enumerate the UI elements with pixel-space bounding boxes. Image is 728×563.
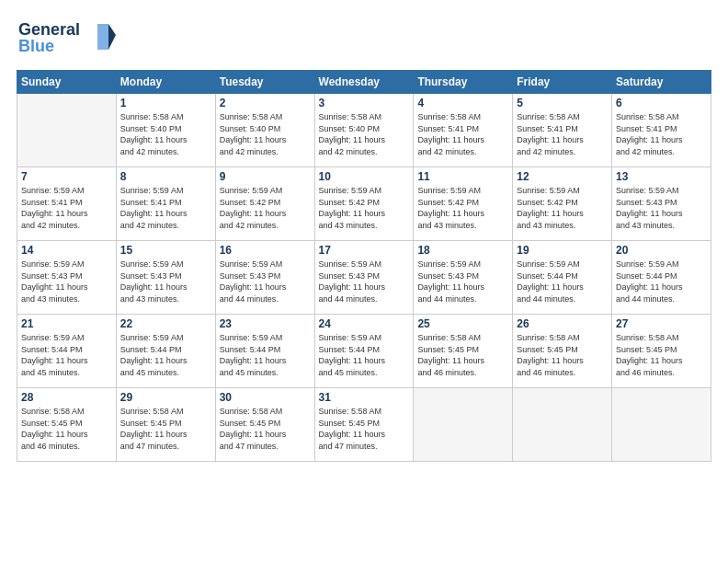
- calendar-cell: 30Sunrise: 5:58 AM Sunset: 5:45 PM Dayli…: [215, 388, 314, 462]
- logo-content: General Blue: [17, 17, 118, 61]
- day-info: Sunrise: 5:58 AM Sunset: 5:45 PM Dayligh…: [417, 332, 508, 378]
- day-info: Sunrise: 5:59 AM Sunset: 5:43 PM Dayligh…: [616, 185, 707, 231]
- day-number: 10: [319, 170, 410, 183]
- day-number: 2: [220, 97, 311, 109]
- weekday-header-saturday: Saturday: [612, 71, 711, 94]
- day-number: 31: [319, 391, 410, 404]
- day-info: Sunrise: 5:59 AM Sunset: 5:42 PM Dayligh…: [220, 185, 311, 231]
- calendar-cell: 25Sunrise: 5:58 AM Sunset: 5:45 PM Dayli…: [414, 315, 513, 388]
- svg-marker-3: [108, 24, 116, 50]
- weekday-header-row: SundayMondayTuesdayWednesdayThursdayFrid…: [17, 71, 711, 94]
- day-number: 4: [417, 97, 508, 109]
- day-info: Sunrise: 5:59 AM Sunset: 5:43 PM Dayligh…: [417, 259, 508, 304]
- day-info: Sunrise: 5:58 AM Sunset: 5:41 PM Dayligh…: [417, 111, 508, 157]
- day-info: Sunrise: 5:59 AM Sunset: 5:43 PM Dayligh…: [120, 259, 211, 304]
- calendar-cell: 23Sunrise: 5:59 AM Sunset: 5:44 PM Dayli…: [215, 315, 314, 388]
- calendar-cell: 8Sunrise: 5:59 AM Sunset: 5:41 PM Daylig…: [116, 167, 215, 241]
- calendar-cell: 4Sunrise: 5:58 AM Sunset: 5:41 PM Daylig…: [414, 94, 513, 167]
- weekday-header-thursday: Thursday: [414, 71, 513, 94]
- calendar-cell: 13Sunrise: 5:59 AM Sunset: 5:43 PM Dayli…: [612, 167, 711, 241]
- day-number: 13: [616, 170, 707, 183]
- day-info: Sunrise: 5:58 AM Sunset: 5:45 PM Dayligh…: [21, 406, 112, 452]
- day-info: Sunrise: 5:58 AM Sunset: 5:45 PM Dayligh…: [616, 332, 707, 378]
- header: General Blue: [17, 17, 711, 61]
- day-number: 1: [120, 97, 211, 109]
- day-info: Sunrise: 5:59 AM Sunset: 5:44 PM Dayligh…: [120, 332, 211, 378]
- day-number: 24: [319, 317, 410, 330]
- day-info: Sunrise: 5:59 AM Sunset: 5:44 PM Dayligh…: [319, 332, 410, 378]
- day-info: Sunrise: 5:58 AM Sunset: 5:45 PM Dayligh…: [120, 406, 211, 452]
- day-number: 20: [616, 244, 707, 257]
- day-info: Sunrise: 5:58 AM Sunset: 5:45 PM Dayligh…: [319, 406, 410, 452]
- day-info: Sunrise: 5:58 AM Sunset: 5:45 PM Dayligh…: [517, 332, 608, 378]
- calendar-cell: 26Sunrise: 5:58 AM Sunset: 5:45 PM Dayli…: [513, 315, 612, 388]
- calendar-page: General Blue SundayMondayTuesdayWednesda…: [0, 0, 728, 563]
- calendar-cell: [513, 388, 612, 462]
- day-number: 22: [120, 317, 211, 330]
- calendar-cell: [17, 94, 117, 167]
- calendar-cell: 17Sunrise: 5:59 AM Sunset: 5:43 PM Dayli…: [314, 241, 414, 315]
- day-number: 25: [417, 317, 508, 330]
- svg-text:Blue: Blue: [18, 37, 54, 55]
- calendar-cell: 19Sunrise: 5:59 AM Sunset: 5:44 PM Dayli…: [513, 241, 612, 315]
- calendar-cell: 12Sunrise: 5:59 AM Sunset: 5:42 PM Dayli…: [513, 167, 612, 241]
- day-number: 30: [220, 391, 311, 404]
- day-number: 19: [517, 244, 608, 257]
- day-info: Sunrise: 5:58 AM Sunset: 5:40 PM Dayligh…: [120, 111, 211, 157]
- day-info: Sunrise: 5:59 AM Sunset: 5:42 PM Dayligh…: [319, 185, 410, 231]
- day-number: 5: [517, 97, 608, 109]
- day-info: Sunrise: 5:58 AM Sunset: 5:41 PM Dayligh…: [616, 111, 707, 157]
- day-info: Sunrise: 5:59 AM Sunset: 5:41 PM Dayligh…: [120, 185, 211, 231]
- svg-text:General: General: [18, 20, 80, 39]
- day-info: Sunrise: 5:59 AM Sunset: 5:44 PM Dayligh…: [21, 332, 112, 378]
- calendar-cell: 7Sunrise: 5:59 AM Sunset: 5:41 PM Daylig…: [17, 167, 117, 241]
- day-info: Sunrise: 5:59 AM Sunset: 5:43 PM Dayligh…: [220, 259, 311, 304]
- calendar-cell: 27Sunrise: 5:58 AM Sunset: 5:45 PM Dayli…: [612, 315, 711, 388]
- calendar-cell: 10Sunrise: 5:59 AM Sunset: 5:42 PM Dayli…: [314, 167, 414, 241]
- calendar-cell: 20Sunrise: 5:59 AM Sunset: 5:44 PM Dayli…: [612, 241, 711, 315]
- weekday-header-friday: Friday: [513, 71, 612, 94]
- day-number: 16: [220, 244, 311, 257]
- weekday-header-monday: Monday: [116, 71, 215, 94]
- calendar-cell: [612, 388, 711, 462]
- day-info: Sunrise: 5:59 AM Sunset: 5:42 PM Dayligh…: [417, 185, 508, 231]
- day-info: Sunrise: 5:58 AM Sunset: 5:45 PM Dayligh…: [220, 406, 311, 452]
- day-number: 18: [417, 244, 508, 257]
- day-number: 26: [517, 317, 608, 330]
- day-info: Sunrise: 5:59 AM Sunset: 5:44 PM Dayligh…: [220, 332, 311, 378]
- day-info: Sunrise: 5:59 AM Sunset: 5:44 PM Dayligh…: [616, 259, 707, 304]
- calendar-cell: 24Sunrise: 5:59 AM Sunset: 5:44 PM Dayli…: [314, 315, 414, 388]
- weekday-header-tuesday: Tuesday: [215, 71, 314, 94]
- calendar-cell: 18Sunrise: 5:59 AM Sunset: 5:43 PM Dayli…: [414, 241, 513, 315]
- day-number: 6: [616, 97, 707, 109]
- day-number: 8: [120, 170, 211, 183]
- calendar-cell: 6Sunrise: 5:58 AM Sunset: 5:41 PM Daylig…: [612, 94, 711, 167]
- day-number: 17: [319, 244, 410, 257]
- calendar-cell: 15Sunrise: 5:59 AM Sunset: 5:43 PM Dayli…: [116, 241, 215, 315]
- week-row-3: 14Sunrise: 5:59 AM Sunset: 5:43 PM Dayli…: [17, 241, 711, 315]
- calendar-cell: 9Sunrise: 5:59 AM Sunset: 5:42 PM Daylig…: [215, 167, 314, 241]
- day-info: Sunrise: 5:59 AM Sunset: 5:43 PM Dayligh…: [21, 259, 112, 304]
- day-info: Sunrise: 5:58 AM Sunset: 5:40 PM Dayligh…: [319, 111, 410, 157]
- week-row-2: 7Sunrise: 5:59 AM Sunset: 5:41 PM Daylig…: [17, 167, 711, 241]
- day-info: Sunrise: 5:59 AM Sunset: 5:42 PM Dayligh…: [517, 185, 608, 231]
- calendar-cell: 11Sunrise: 5:59 AM Sunset: 5:42 PM Dayli…: [414, 167, 513, 241]
- day-number: 11: [417, 170, 508, 183]
- calendar-cell: 28Sunrise: 5:58 AM Sunset: 5:45 PM Dayli…: [17, 388, 117, 462]
- day-number: 29: [120, 391, 211, 404]
- weekday-header-wednesday: Wednesday: [314, 71, 414, 94]
- calendar-cell: 5Sunrise: 5:58 AM Sunset: 5:41 PM Daylig…: [513, 94, 612, 167]
- week-row-4: 21Sunrise: 5:59 AM Sunset: 5:44 PM Dayli…: [17, 315, 711, 388]
- day-info: Sunrise: 5:59 AM Sunset: 5:41 PM Dayligh…: [21, 185, 112, 231]
- day-number: 15: [120, 244, 211, 257]
- day-number: 7: [21, 170, 112, 183]
- day-number: 21: [21, 317, 112, 330]
- day-number: 23: [220, 317, 311, 330]
- day-number: 9: [220, 170, 311, 183]
- calendar-cell: 21Sunrise: 5:59 AM Sunset: 5:44 PM Dayli…: [17, 315, 117, 388]
- day-number: 14: [21, 244, 112, 257]
- calendar-table: SundayMondayTuesdayWednesdayThursdayFrid…: [17, 70, 711, 462]
- calendar-cell: 14Sunrise: 5:59 AM Sunset: 5:43 PM Dayli…: [17, 241, 117, 315]
- calendar-cell: [414, 388, 513, 462]
- day-number: 3: [319, 97, 410, 109]
